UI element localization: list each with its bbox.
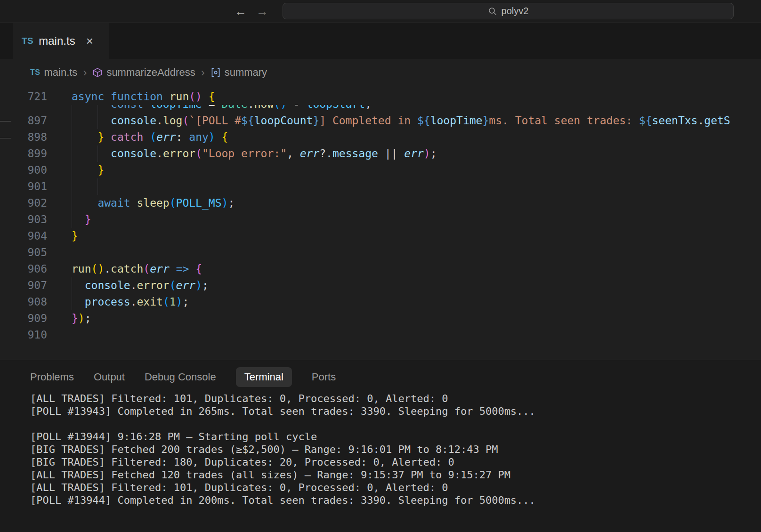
title-bar: ← → polyv2 xyxy=(0,0,761,23)
code-text: console.log(`[POLL #${loopCount}] Comple… xyxy=(72,113,730,129)
line-number: 902 xyxy=(0,195,47,211)
code-line[interactable]: 908process.exit(1); xyxy=(0,294,761,310)
editor-tab-strip: TS main.ts × xyxy=(0,23,761,59)
terminal-line: [ALL TRADES] Fetched 120 trades (all siz… xyxy=(30,468,761,481)
breadcrumb-symbol-function[interactable]: summarizeAddress xyxy=(92,66,195,79)
code-line[interactable]: 721async function run() { xyxy=(0,89,761,105)
code-text: run().catch(err => { xyxy=(72,261,202,277)
code-editor[interactable]: 721async function run() {const loopTime … xyxy=(0,86,761,360)
code-text: const loopTime = Date.now() - loopStart; xyxy=(72,105,372,113)
search-icon xyxy=(488,7,497,16)
tab-label: main.ts xyxy=(39,34,75,48)
code-line[interactable]: 901 xyxy=(0,178,761,195)
terminal-line: [BIG TRADES] Filtered: 180, Duplicates: … xyxy=(30,456,761,468)
terminal-line: [BIG TRADES] Fetched 200 trades (≥$2,500… xyxy=(30,443,761,456)
command-center-search[interactable]: polyv2 xyxy=(283,3,734,19)
code-line[interactable]: 907console.error(err); xyxy=(0,277,761,294)
breadcrumb: TS main.ts › summarizeAddress › summary xyxy=(0,59,761,86)
terminal-line: [POLL #13944] 9:16:28 PM — Starting poll… xyxy=(30,430,761,443)
tab-main-ts[interactable]: TS main.ts × xyxy=(13,23,109,59)
line-number: 906 xyxy=(0,261,47,277)
line-number: 904 xyxy=(0,228,47,244)
code-text: await sleep(POLL_MS); xyxy=(72,195,235,211)
line-number: 905 xyxy=(0,244,47,261)
line-number: 903 xyxy=(0,211,47,228)
code-line[interactable]: 897console.log(`[POLL #${loopCount}] Com… xyxy=(0,113,761,129)
code-text: } xyxy=(72,228,78,244)
cube-icon xyxy=(92,67,103,78)
back-arrow-icon[interactable]: ← xyxy=(235,3,247,20)
line-number: 908 xyxy=(0,294,47,310)
terminal-output[interactable]: [ALL TRADES] Filtered: 101, Duplicates: … xyxy=(0,392,761,507)
code-text: async function run() { xyxy=(72,89,215,105)
code-text: } xyxy=(72,211,91,228)
bottom-panel: ProblemsOutputDebug ConsoleTerminalPorts… xyxy=(0,360,761,532)
terminal-line: [ALL TRADES] Filtered: 101, Duplicates: … xyxy=(30,481,761,494)
panel-tab-terminal[interactable]: Terminal xyxy=(236,367,292,387)
code-text: process.exit(1); xyxy=(72,294,189,310)
code-line[interactable]: 905 xyxy=(0,244,761,261)
code-text: }); xyxy=(72,310,91,327)
line-number: 721 xyxy=(0,89,47,105)
panel-tab-problems[interactable]: Problems xyxy=(30,367,74,387)
code-text: console.error("Loop error:", err?.messag… xyxy=(72,145,437,162)
line-number: 907 xyxy=(0,277,47,294)
code-line-clipped[interactable]: const loopTime = Date.now() - loopStart; xyxy=(0,105,761,113)
close-icon[interactable]: × xyxy=(86,35,93,47)
code-text: console.error(err); xyxy=(72,277,209,294)
panel-tab-ports[interactable]: Ports xyxy=(312,367,336,387)
line-number: 910 xyxy=(0,327,47,343)
code-text: } xyxy=(72,162,104,178)
code-line[interactable]: 899console.error("Loop error:", err?.mes… xyxy=(0,145,761,162)
terminal-line: [ALL TRADES] Filtered: 101, Duplicates: … xyxy=(30,392,761,405)
panel-tab-debug-console[interactable]: Debug Console xyxy=(145,367,216,387)
line-number: 901 xyxy=(0,178,47,195)
code-line[interactable]: 909}); xyxy=(0,310,761,327)
breadcrumb-file-label: main.ts xyxy=(44,66,77,79)
breadcrumb-symbol-label: summary xyxy=(225,66,267,79)
vscode-window: ← → polyv2 TS main.ts × TS main.ts › xyxy=(0,0,761,532)
forward-arrow-icon[interactable]: → xyxy=(256,3,268,20)
terminal-line: [POLL #13943] Completed in 265ms. Total … xyxy=(30,405,761,418)
line-number: 909 xyxy=(0,310,47,327)
chevron-right-icon: › xyxy=(201,66,205,79)
code-text xyxy=(72,178,111,195)
left-edge-notch xyxy=(0,121,11,138)
symbol-field-icon xyxy=(210,67,221,78)
code-line[interactable]: 902await sleep(POLL_MS); xyxy=(0,195,761,211)
search-text: polyv2 xyxy=(502,6,529,16)
editor-lines: 721async function run() {const loopTime … xyxy=(0,86,761,343)
breadcrumb-file[interactable]: TS main.ts xyxy=(30,66,77,79)
chevron-right-icon: › xyxy=(83,66,87,79)
code-text: } catch (err: any) { xyxy=(72,129,228,145)
scrolled-clipped-line: const loopTime = Date.now() - loopStart; xyxy=(0,105,761,113)
breadcrumb-symbol-label: summarizeAddress xyxy=(106,66,195,79)
terminal-line xyxy=(30,418,761,430)
code-line[interactable]: 900} xyxy=(0,162,761,178)
code-line[interactable]: 906run().catch(err => { xyxy=(0,261,761,277)
breadcrumb-symbol-summary[interactable]: summary xyxy=(210,66,267,79)
line-number xyxy=(0,105,47,113)
line-number: 899 xyxy=(0,145,47,162)
panel-tab-bar: ProblemsOutputDebug ConsoleTerminalPorts xyxy=(0,360,761,387)
typescript-file-icon: TS xyxy=(30,68,40,77)
code-line[interactable]: 903} xyxy=(0,211,761,228)
code-line[interactable]: 898} catch (err: any) { xyxy=(0,129,761,145)
panel-tab-output[interactable]: Output xyxy=(94,367,125,387)
typescript-file-icon: TS xyxy=(22,36,33,46)
code-line[interactable]: 904} xyxy=(0,228,761,244)
terminal-line: [POLL #13944] Completed in 200ms. Total … xyxy=(30,494,761,507)
line-number: 900 xyxy=(0,162,47,178)
code-line[interactable]: 910 xyxy=(0,327,761,343)
history-navigation: ← → xyxy=(235,3,268,20)
